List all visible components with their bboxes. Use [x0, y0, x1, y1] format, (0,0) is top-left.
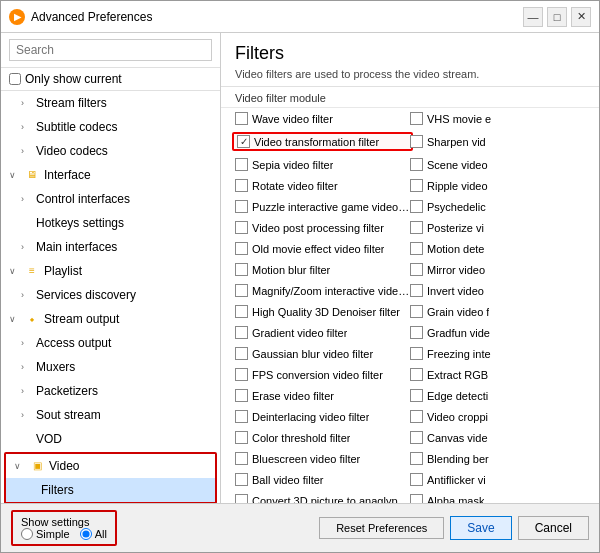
filter-checkbox-color-threshold[interactable] [235, 431, 248, 444]
filter-checkbox-video-transform[interactable] [237, 135, 250, 148]
cancel-button[interactable]: Cancel [518, 516, 589, 540]
filter-label: Ball video filter [252, 474, 324, 486]
filters-scroll-area[interactable]: Wave video filter VHS movie e Video tran… [221, 108, 599, 503]
sidebar-item-label: Interface [44, 165, 91, 185]
filter-checkbox-wave[interactable] [235, 112, 248, 125]
filter-checkbox-vhs[interactable] [410, 112, 423, 125]
show-settings-label: Show settings [21, 516, 107, 528]
radio-all-input[interactable] [80, 528, 92, 540]
filter-item-fps-convert: FPS conversion video filter [235, 366, 410, 383]
filter-label: High Quality 3D Denoiser filter [252, 306, 400, 318]
maximize-button[interactable]: □ [547, 7, 567, 27]
sidebar-item-main-interfaces[interactable]: › Main interfaces [1, 235, 220, 259]
close-button[interactable]: ✕ [571, 7, 591, 27]
minimize-button[interactable]: — [523, 7, 543, 27]
filter-checkbox-blending[interactable] [410, 452, 423, 465]
sidebar-item-access-output[interactable]: › Access output [1, 331, 220, 355]
filter-checkbox-magnify[interactable] [235, 284, 248, 297]
filter-checkbox-extract-rgb[interactable] [410, 368, 423, 381]
filter-checkbox-fps-convert[interactable] [235, 368, 248, 381]
sidebar-item-vod[interactable]: › VOD [1, 427, 220, 451]
filter-checkbox-mirror[interactable] [410, 263, 423, 276]
filter-checkbox-motion-blur[interactable] [235, 263, 248, 276]
sidebar-item-subtitle-codecs[interactable]: › Subtitle codecs [1, 115, 220, 139]
filter-label: Scene video [427, 159, 488, 171]
filter-checkbox-deinterlace[interactable] [235, 410, 248, 423]
sidebar-item-stream-output[interactable]: ∨ ⬥ Stream output [1, 307, 220, 331]
filter-checkbox-ball[interactable] [235, 473, 248, 486]
sidebar-item-sout-stream[interactable]: › Sout stream [1, 403, 220, 427]
radio-simple-input[interactable] [21, 528, 33, 540]
filter-item-erase: Erase video filter [235, 387, 410, 404]
filter-grid-row-19: Convert 3D picture to anaglyph image vid… [221, 490, 599, 503]
filter-item-ripple: Ripple video [410, 177, 585, 194]
filter-checkbox-canvas[interactable] [410, 431, 423, 444]
sidebar-item-control-interfaces[interactable]: › Control interfaces [1, 187, 220, 211]
filter-label: Wave video filter [252, 113, 333, 125]
filter-checkbox-gaussian-blur[interactable] [235, 347, 248, 360]
filter-checkbox-antiflicker[interactable] [410, 473, 423, 486]
sidebar-item-video[interactable]: ∨ ▣ Video [6, 454, 215, 478]
only-show-current-checkbox[interactable] [9, 73, 21, 85]
filter-item-invert: Invert video [410, 282, 585, 299]
filter-grid-row-12: Gaussian blur video filter Freezing inte [221, 343, 599, 364]
filter-checkbox-psychedelic[interactable] [410, 200, 423, 213]
sidebar-item-playlist[interactable]: ∨ ≡ Playlist [1, 259, 220, 283]
sidebar-item-muxers[interactable]: › Muxers [1, 355, 220, 379]
filter-checkbox-bluescreen[interactable] [235, 452, 248, 465]
filter-checkbox-scene[interactable] [410, 158, 423, 171]
save-button[interactable]: Save [450, 516, 511, 540]
radio-all[interactable]: All [80, 528, 107, 540]
search-box [1, 33, 220, 68]
filter-checkbox-gradient[interactable] [235, 326, 248, 339]
filter-label: Sharpen vid [427, 136, 486, 148]
sidebar-item-packetizers[interactable]: › Packetizers [1, 379, 220, 403]
filter-checkbox-puzzle[interactable] [235, 200, 248, 213]
search-input[interactable] [9, 39, 212, 61]
sidebar-item-video-codecs[interactable]: › Video codecs [1, 139, 220, 163]
filter-checkbox-postprocess[interactable] [235, 221, 248, 234]
filter-item-ball: Ball video filter [235, 471, 410, 488]
filter-label: Extract RGB [427, 369, 488, 381]
sidebar-item-label: Filters [41, 480, 74, 500]
sidebar-item-interface[interactable]: ∨ 🖥 Interface [1, 163, 220, 187]
filter-checkbox-gradfun[interactable] [410, 326, 423, 339]
sidebar-item-label: Services discovery [36, 285, 136, 305]
filter-item-antiflicker: Antiflicker vi [410, 471, 585, 488]
filter-grid-row-4: Rotate video filter Ripple video [221, 175, 599, 196]
reset-preferences-button[interactable]: Reset Preferences [319, 517, 444, 539]
sidebar-item-label: Subtitle codecs [36, 117, 117, 137]
filter-checkbox-motion-detect[interactable] [410, 242, 423, 255]
filter-checkbox-rotate[interactable] [235, 179, 248, 192]
filter-item-color-threshold: Color threshold filter [235, 429, 410, 446]
filter-checkbox-hq3d[interactable] [235, 305, 248, 318]
filter-checkbox-alpha-mask[interactable] [410, 494, 423, 503]
left-panel: Only show current › Stream filters › Sub… [1, 33, 221, 503]
filter-checkbox-old-movie[interactable] [235, 242, 248, 255]
filter-checkbox-freezing[interactable] [410, 347, 423, 360]
filter-checkbox-invert[interactable] [410, 284, 423, 297]
filter-label: Mirror video [427, 264, 485, 276]
radio-simple[interactable]: Simple [21, 528, 70, 540]
chevron-down-icon: ∨ [9, 309, 21, 329]
filter-checkbox-convert3d[interactable] [235, 494, 248, 503]
filter-checkbox-sharpen[interactable] [410, 135, 423, 148]
sidebar-item-filters[interactable]: › Filters [6, 478, 215, 502]
filter-item-deinterlace: Deinterlacing video filter [235, 408, 410, 425]
stream-output-icon: ⬥ [24, 311, 40, 327]
sidebar-item-services-discovery[interactable]: › Services discovery [1, 283, 220, 307]
sidebar-item-stream-filters[interactable]: › Stream filters [1, 91, 220, 115]
filter-checkbox-grain[interactable] [410, 305, 423, 318]
filter-checkbox-video-crop[interactable] [410, 410, 423, 423]
title-bar-left: ▶ Advanced Preferences [9, 9, 152, 25]
filter-checkbox-posterize[interactable] [410, 221, 423, 234]
filter-checkbox-sepia[interactable] [235, 158, 248, 171]
filter-checkbox-edge-detect[interactable] [410, 389, 423, 402]
filter-grid-row-8: Motion blur filter Mirror video [221, 259, 599, 280]
filter-checkbox-erase[interactable] [235, 389, 248, 402]
filter-label: Video post processing filter [252, 222, 384, 234]
filter-item-motion-blur: Motion blur filter [235, 261, 410, 278]
filter-checkbox-ripple[interactable] [410, 179, 423, 192]
sidebar-item-hotkeys[interactable]: › Hotkeys settings [1, 211, 220, 235]
filter-item-puzzle: Puzzle interactive game video filter [235, 198, 410, 215]
